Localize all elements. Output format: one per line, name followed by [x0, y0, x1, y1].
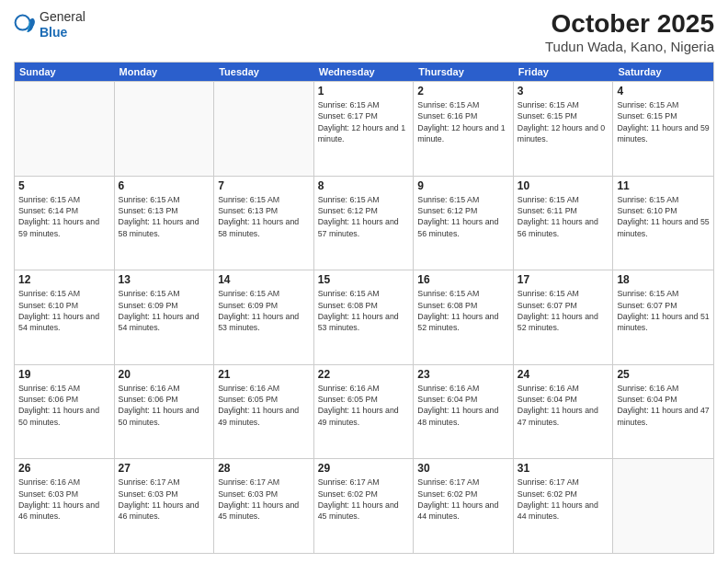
day-number: 1 [318, 85, 410, 98]
header-day-sunday: Sunday [15, 63, 115, 81]
page: General Blue October 2025 Tudun Wada, Ka… [0, 0, 728, 563]
day-number: 12 [18, 273, 110, 286]
calendar-cell: 8Sunrise: 6:15 AMSunset: 6:12 PMDaylight… [314, 177, 415, 270]
day-number: 17 [518, 273, 609, 286]
calendar-row-4: 19Sunrise: 6:15 AMSunset: 6:06 PMDayligh… [15, 364, 713, 459]
cell-detail: Sunrise: 6:15 AMSunset: 6:12 PMDaylight:… [318, 194, 410, 239]
day-number: 26 [18, 462, 110, 475]
cell-detail: Sunrise: 6:15 AMSunset: 6:15 PMDaylight:… [617, 99, 710, 144]
header-day-wednesday: Wednesday [314, 63, 415, 81]
calendar-cell: 30Sunrise: 6:17 AMSunset: 6:02 PMDayligh… [414, 459, 514, 553]
calendar-cell: 19Sunrise: 6:15 AMSunset: 6:06 PMDayligh… [15, 365, 115, 459]
calendar-header: SundayMondayTuesdayWednesdayThursdayFrid… [15, 63, 713, 81]
calendar-cell: 2Sunrise: 6:15 AMSunset: 6:16 PMDaylight… [414, 82, 514, 176]
cell-detail: Sunrise: 6:17 AMSunset: 6:02 PMDaylight:… [318, 477, 410, 522]
calendar-cell: 18Sunrise: 6:15 AMSunset: 6:07 PMDayligh… [613, 270, 713, 364]
calendar-row-1: 1Sunrise: 6:15 AMSunset: 6:17 PMDaylight… [15, 81, 713, 176]
cell-detail: Sunrise: 6:15 AMSunset: 6:13 PMDaylight:… [218, 194, 310, 239]
cell-detail: Sunrise: 6:15 AMSunset: 6:08 PMDaylight:… [318, 288, 410, 333]
day-number: 13 [119, 273, 210, 286]
day-number: 18 [617, 273, 710, 286]
logo: General Blue [14, 9, 85, 40]
cell-detail: Sunrise: 6:15 AMSunset: 6:09 PMDaylight:… [218, 288, 310, 333]
cell-detail: Sunrise: 6:15 AMSunset: 6:07 PMDaylight:… [617, 288, 710, 333]
cell-detail: Sunrise: 6:15 AMSunset: 6:09 PMDaylight:… [119, 288, 210, 333]
day-number: 14 [218, 273, 310, 286]
day-number: 11 [617, 179, 710, 192]
calendar-row-3: 12Sunrise: 6:15 AMSunset: 6:10 PMDayligh… [15, 270, 713, 364]
cell-detail: Sunrise: 6:17 AMSunset: 6:03 PMDaylight:… [218, 477, 310, 522]
calendar-cell: 20Sunrise: 6:16 AMSunset: 6:06 PMDayligh… [115, 365, 215, 459]
calendar-cell: 22Sunrise: 6:16 AMSunset: 6:05 PMDayligh… [314, 365, 415, 459]
day-number: 19 [18, 368, 110, 381]
calendar-row-5: 26Sunrise: 6:16 AMSunset: 6:03 PMDayligh… [15, 458, 713, 553]
day-number: 15 [318, 273, 410, 286]
calendar-cell [15, 82, 115, 176]
day-number: 28 [218, 462, 310, 475]
calendar-cell: 17Sunrise: 6:15 AMSunset: 6:07 PMDayligh… [514, 270, 614, 364]
logo-icon [14, 14, 36, 36]
title-block: October 2025 Tudun Wada, Kano, Nigeria [545, 9, 714, 54]
calendar-cell: 14Sunrise: 6:15 AMSunset: 6:09 PMDayligh… [214, 270, 314, 364]
calendar-cell: 13Sunrise: 6:15 AMSunset: 6:09 PMDayligh… [115, 270, 215, 364]
day-number: 25 [617, 368, 710, 381]
cell-detail: Sunrise: 6:15 AMSunset: 6:07 PMDaylight:… [518, 288, 609, 333]
day-number: 3 [518, 85, 609, 98]
cell-detail: Sunrise: 6:15 AMSunset: 6:17 PMDaylight:… [318, 99, 410, 144]
cell-detail: Sunrise: 6:16 AMSunset: 6:04 PMDaylight:… [518, 383, 609, 428]
cell-detail: Sunrise: 6:15 AMSunset: 6:14 PMDaylight:… [18, 194, 110, 239]
day-number: 29 [318, 462, 410, 475]
day-number: 6 [119, 179, 210, 192]
calendar-cell: 15Sunrise: 6:15 AMSunset: 6:08 PMDayligh… [314, 270, 415, 364]
day-number: 30 [417, 462, 509, 475]
header-day-friday: Friday [514, 63, 614, 81]
calendar-cell: 9Sunrise: 6:15 AMSunset: 6:12 PMDaylight… [414, 177, 514, 270]
header-day-tuesday: Tuesday [214, 63, 314, 81]
cell-detail: Sunrise: 6:16 AMSunset: 6:05 PMDaylight:… [318, 383, 410, 428]
calendar-cell: 11Sunrise: 6:15 AMSunset: 6:10 PMDayligh… [613, 177, 713, 270]
calendar-row-2: 5Sunrise: 6:15 AMSunset: 6:14 PMDaylight… [15, 176, 713, 270]
calendar-cell: 21Sunrise: 6:16 AMSunset: 6:05 PMDayligh… [214, 365, 314, 459]
day-number: 7 [218, 179, 310, 192]
calendar-cell: 24Sunrise: 6:16 AMSunset: 6:04 PMDayligh… [514, 365, 614, 459]
calendar: SundayMondayTuesdayWednesdayThursdayFrid… [14, 62, 714, 554]
cell-detail: Sunrise: 6:15 AMSunset: 6:12 PMDaylight:… [417, 194, 509, 239]
calendar-cell [613, 459, 713, 553]
calendar-cell: 25Sunrise: 6:16 AMSunset: 6:04 PMDayligh… [613, 365, 713, 459]
day-number: 9 [417, 179, 509, 192]
cell-detail: Sunrise: 6:15 AMSunset: 6:10 PMDaylight:… [617, 194, 710, 239]
calendar-cell: 7Sunrise: 6:15 AMSunset: 6:13 PMDaylight… [214, 177, 314, 270]
calendar-cell: 26Sunrise: 6:16 AMSunset: 6:03 PMDayligh… [15, 459, 115, 553]
header-day-monday: Monday [115, 63, 215, 81]
day-number: 10 [518, 179, 609, 192]
cell-detail: Sunrise: 6:17 AMSunset: 6:02 PMDaylight:… [518, 477, 609, 522]
day-number: 24 [518, 368, 609, 381]
header-day-thursday: Thursday [414, 63, 514, 81]
svg-point-0 [16, 15, 30, 29]
cell-detail: Sunrise: 6:16 AMSunset: 6:06 PMDaylight:… [119, 383, 210, 428]
cell-detail: Sunrise: 6:15 AMSunset: 6:13 PMDaylight:… [119, 194, 210, 239]
cell-detail: Sunrise: 6:15 AMSunset: 6:16 PMDaylight:… [417, 99, 509, 144]
cell-detail: Sunrise: 6:15 AMSunset: 6:06 PMDaylight:… [18, 383, 110, 428]
cell-detail: Sunrise: 6:15 AMSunset: 6:11 PMDaylight:… [518, 194, 609, 239]
day-number: 27 [119, 462, 210, 475]
header-day-saturday: Saturday [613, 63, 713, 81]
calendar-cell: 3Sunrise: 6:15 AMSunset: 6:15 PMDaylight… [514, 82, 614, 176]
day-number: 2 [417, 85, 509, 98]
calendar-cell: 28Sunrise: 6:17 AMSunset: 6:03 PMDayligh… [214, 459, 314, 553]
header: General Blue October 2025 Tudun Wada, Ka… [14, 9, 714, 54]
day-number: 20 [119, 368, 210, 381]
calendar-cell: 29Sunrise: 6:17 AMSunset: 6:02 PMDayligh… [314, 459, 415, 553]
calendar-cell: 16Sunrise: 6:15 AMSunset: 6:08 PMDayligh… [414, 270, 514, 364]
cell-detail: Sunrise: 6:15 AMSunset: 6:08 PMDaylight:… [417, 288, 509, 333]
cell-detail: Sunrise: 6:16 AMSunset: 6:04 PMDaylight:… [617, 383, 710, 428]
calendar-cell: 1Sunrise: 6:15 AMSunset: 6:17 PMDaylight… [314, 82, 415, 176]
cell-detail: Sunrise: 6:17 AMSunset: 6:03 PMDaylight:… [119, 477, 210, 522]
day-number: 16 [417, 273, 509, 286]
cell-detail: Sunrise: 6:16 AMSunset: 6:03 PMDaylight:… [18, 477, 110, 522]
calendar-cell: 5Sunrise: 6:15 AMSunset: 6:14 PMDaylight… [15, 177, 115, 270]
calendar-cell: 23Sunrise: 6:16 AMSunset: 6:04 PMDayligh… [414, 365, 514, 459]
page-title: October 2025 [545, 9, 714, 39]
calendar-cell: 4Sunrise: 6:15 AMSunset: 6:15 PMDaylight… [613, 82, 713, 176]
calendar-cell: 10Sunrise: 6:15 AMSunset: 6:11 PMDayligh… [514, 177, 614, 270]
